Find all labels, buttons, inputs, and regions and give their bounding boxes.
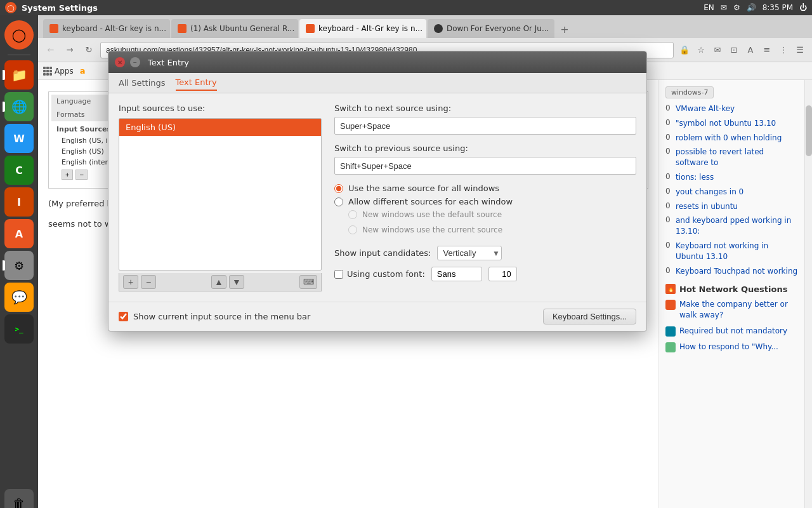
add-source-btn[interactable]: + [123,275,138,289]
switch-next-input[interactable] [334,117,636,135]
active-indicator [3,260,5,271]
related-link-8[interactable]: and keyboard pped working in 13.10: [676,215,798,237]
related-link-10[interactable]: Keyboard Touchpad not working [676,266,797,277]
mail-icon[interactable]: ✉ [721,3,727,12]
launcher-icon-settings[interactable]: ⚙ [4,251,34,280]
remove-input-btn[interactable]: − [75,170,87,180]
apps-bookmark[interactable]: Apps [43,67,74,76]
keyboard-preview-btn[interactable]: ⌨ [299,275,317,289]
mail-ext-icon[interactable]: ✉ [710,43,724,57]
related-link-6[interactable]: yout changes in 0 [676,187,743,197]
candidates-select-wrapper[interactable]: Vertically Horizontally Off [437,246,502,260]
network-icon[interactable]: ⚙ [733,3,740,12]
radio-sub-options: New windows use the default source New w… [348,210,636,238]
apps-grid-icon [43,67,52,76]
browser-icon: 🌐 [11,99,27,114]
add-input-btn[interactable]: + [62,170,73,180]
radio-sub-default[interactable]: New windows use the default source [348,210,636,219]
related-link-7[interactable]: resets in ubuntu [676,201,738,212]
related-link-1[interactable]: VMware Alt-key [676,104,735,114]
hot-network-icon: 🔥 [665,284,676,294]
launcher-icon-files[interactable]: 📁 [4,60,34,90]
show-menu-bar-label[interactable]: Show current input source in the menu ba… [119,312,310,321]
related-link-4[interactable]: possible to revert lated software to [676,147,798,168]
related-link-2[interactable]: "symbol not Ubuntu 13.10 [676,118,776,129]
topbar-left: ◯ System Settings [5,2,98,13]
close-button[interactable]: ✕ [115,57,125,67]
candidates-select[interactable]: Vertically Horizontally Off [437,246,502,260]
windows7-tag[interactable]: windows-7 [665,86,714,98]
session-icon[interactable]: ⏻ [799,3,807,12]
tab-4[interactable]: Down For Everyone Or Ju... ✕ [428,19,554,38]
ubuntu-logo-icon[interactable]: ◯ [5,2,16,13]
scrollbar-thumb[interactable] [806,105,812,156]
tab-2[interactable]: (1) Ask Ubuntu General R... ✕ [171,19,298,38]
reload-button[interactable]: ↻ [81,43,96,58]
input-sources-list[interactable]: English (US) [119,118,322,271]
hn-link-2[interactable]: Required but not mandatory [679,326,787,337]
launcher-icon-terminal[interactable]: >_ [4,314,34,344]
input-sources-toolbar: + − ▲ ▼ ⌨ [119,273,322,291]
input-sources-heading: Input Sources [56,125,111,133]
radio-same-source[interactable]: Use the same source for all windows [334,184,636,193]
volume-icon[interactable]: 🔊 [747,3,756,12]
show-menu-bar-checkbox[interactable] [119,312,128,321]
move-up-btn[interactable]: ▲ [211,275,226,289]
forward-button[interactable]: → [62,43,77,58]
custom-font-checkbox[interactable] [334,270,343,279]
clock[interactable]: 8:35 PM [763,3,793,12]
back-button[interactable]: ← [43,43,58,58]
amazon-bookmark[interactable]: a [80,66,86,76]
font-size-input[interactable] [488,267,517,281]
nav-text-entry[interactable]: Text Entry [176,75,217,91]
related-link-5[interactable]: tions: less [676,172,714,183]
tab-favicon-3 [306,24,315,33]
text-entry-dialog[interactable]: ✕ − Text Entry All Settings Text Entry I… [108,51,647,331]
related-link-3[interactable]: roblem with 0 when holding [676,133,782,144]
radio-same-source-input[interactable] [334,184,343,193]
star-icon[interactable]: ☆ [694,43,708,57]
switch-prev-input[interactable] [334,157,636,175]
remove-source-btn[interactable]: − [141,275,156,289]
launcher-icon-chat[interactable]: 💬 [4,283,34,312]
related-link-item: 0 "symbol not Ubuntu 13.10 [665,118,798,129]
screen-icon[interactable]: ⊡ [727,43,741,57]
scrollbar[interactable] [804,80,812,508]
writer-icon: W [13,133,25,145]
keyboard-settings-button[interactable]: Keyboard Settings... [543,309,636,324]
move-down-btn[interactable]: ▼ [229,275,244,289]
radio-diff-source-input[interactable] [334,197,343,206]
input-source-item-english-us[interactable]: English (US) [119,119,321,136]
launcher-dock: ◯ 📁 🌐 W C I A ⚙ 💬 >_ 🗑 [0,15,38,508]
tab-1[interactable]: keyboard - Alt-Gr key is n... ✕ [43,19,170,38]
translate-icon[interactable]: A [743,43,757,57]
menu-icon-3[interactable]: ☰ [793,43,807,57]
launcher-icon-writer[interactable]: W [4,124,34,153]
font-name-input[interactable] [431,267,482,281]
tab-3[interactable]: keyboard - Alt-Gr key is n... ✕ [299,19,426,38]
tab-2-label: (1) Ask Ubuntu General R... [190,24,294,33]
show-candidates-row: Show input candidates: Vertically Horizo… [334,246,636,260]
menu-icon-2[interactable]: ⋮ [776,43,790,57]
chat-icon: 💬 [11,290,27,305]
custom-font-checkbox-label[interactable]: Using custom font: [334,269,425,279]
new-tab-button[interactable]: + [556,20,573,38]
radio-sub-current[interactable]: New windows use the current source [348,225,636,234]
terminal-icon: >_ [15,325,23,333]
keyboard-layout-indicator[interactable]: EN [704,3,714,12]
radio-diff-source[interactable]: Allow different sources for each window [334,197,636,206]
launcher-icon-appmanager[interactable]: A [4,219,34,248]
hn-link-3[interactable]: How to respond to "Why... [679,342,778,352]
radio-sub-current-label: New windows use the current source [362,225,502,234]
launcher-icon-browser[interactable]: 🌐 [4,92,34,121]
launcher-icon-calc[interactable]: C [4,156,34,185]
hn-link-1[interactable]: Make the company better or walk away? [679,299,798,321]
security-icon[interactable]: 🔒 [678,43,691,57]
launcher-icon-ubuntu[interactable]: ◯ [4,20,34,50]
launcher-icon-trash[interactable]: 🗑 [4,489,34,508]
launcher-icon-impress[interactable]: I [4,187,34,217]
nav-all-settings[interactable]: All Settings [119,76,166,90]
related-link-9[interactable]: Keyboard not working in Ubuntu 13.10 [676,241,798,262]
menu-icon-1[interactable]: ≡ [760,43,774,57]
minimize-button[interactable]: − [130,57,140,67]
